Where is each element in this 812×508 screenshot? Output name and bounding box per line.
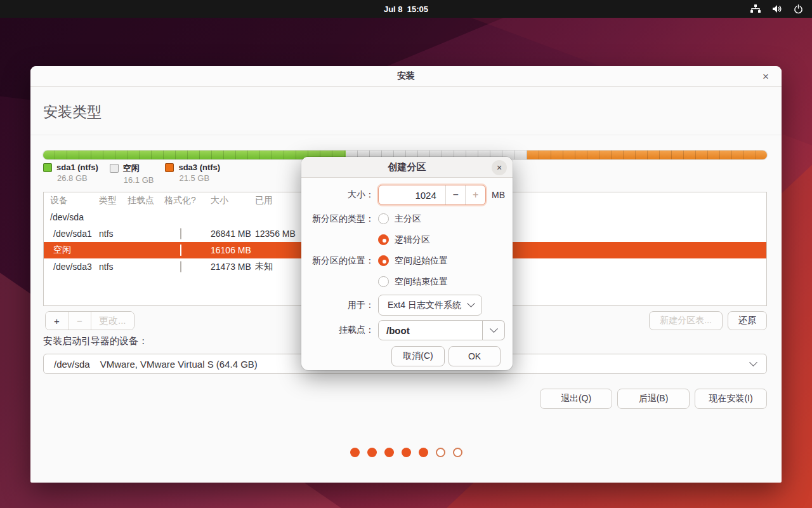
clock-menu[interactable]: Jul 8 15:05	[384, 4, 428, 14]
size-decrement-button[interactable]: −	[445, 185, 466, 204]
new-partition-table-button[interactable]: 新建分区表...	[649, 311, 723, 330]
partition-type-label: 新分区的类型：	[301, 213, 378, 225]
size-label: 大小：	[301, 189, 378, 201]
size-increment-button[interactable]: +	[465, 185, 485, 204]
partition-edit-group: + − 更改...	[45, 311, 134, 330]
format-checkbox[interactable]	[180, 228, 181, 239]
legend-item-sda1: sda1 (ntfs) 26.8 GB	[43, 163, 98, 185]
legend-item-free: 空闲 16.1 GB	[110, 163, 154, 185]
use-as-label: 用于：	[301, 300, 378, 311]
window-titlebar[interactable]: 安装 ×	[30, 66, 782, 87]
progress-dot	[419, 448, 428, 457]
cell-type: ntfs	[99, 262, 128, 272]
progress-dot	[367, 448, 377, 457]
mount-point-value: /boot	[386, 325, 410, 336]
partition-segment-sda1	[43, 150, 346, 159]
dialog-title: 创建分区	[388, 161, 426, 173]
legend-label: sda1 (ntfs)	[56, 163, 98, 172]
format-checkbox[interactable]	[180, 244, 181, 256]
header-divider	[30, 135, 782, 135]
mount-point-label: 挂载点：	[301, 324, 378, 336]
wizard-nav-buttons: 退出(Q) 后退(B) 现在安装(I)	[540, 389, 767, 409]
radio-label[interactable]: 逻辑分区	[395, 234, 430, 246]
install-now-button[interactable]: 现在安装(I)	[695, 389, 767, 409]
radio-label[interactable]: 空间结束位置	[395, 276, 448, 288]
filesystem-value: Ext4 日志文件系统	[388, 300, 461, 311]
create-partition-dialog: 创建分区 × 大小： 1024 − + MB 新分区的类型： 主分区 逻辑分区 …	[301, 157, 513, 370]
cell-device: /dev/sda	[50, 212, 99, 222]
radio-primary-partition[interactable]	[378, 213, 389, 224]
filesystem-dropdown[interactable]: Ext4 日志文件系统	[378, 295, 482, 316]
back-button[interactable]: 后退(B)	[617, 389, 690, 409]
legend-size: 16.1 GB	[124, 175, 154, 185]
col-size: 大小	[211, 195, 255, 206]
legend-label: sda3 (ntfs)	[178, 163, 220, 172]
cell-size: 16106 MB	[211, 245, 255, 255]
volume-icon	[772, 4, 782, 13]
legend-size: 26.8 GB	[57, 173, 98, 183]
chevron-down-icon	[490, 324, 498, 333]
window-title: 安装	[397, 70, 415, 82]
cell-device: 空闲	[50, 244, 99, 256]
bootloader-device: /dev/sda	[54, 359, 90, 370]
window-close-button[interactable]: ×	[759, 70, 773, 84]
cancel-button[interactable]: 取消(C)	[391, 346, 445, 366]
progress-dot	[350, 448, 360, 457]
add-partition-button[interactable]: +	[46, 312, 69, 330]
progress-dot	[436, 448, 445, 457]
legend-size: 21.5 GB	[179, 173, 220, 183]
progress-dot	[384, 448, 394, 457]
legend-swatch-gray	[110, 164, 119, 173]
radio-label[interactable]: 主分区	[395, 213, 421, 225]
partition-segment-sda3	[527, 150, 767, 159]
dialog-close-button[interactable]: ×	[492, 160, 507, 175]
radio-logical-partition[interactable]	[378, 234, 389, 245]
legend-label: 空闲	[123, 163, 140, 174]
partition-location-label: 新分区的位置：	[301, 255, 378, 267]
legend-swatch-green	[43, 163, 52, 172]
radio-end-of-space[interactable]	[378, 276, 389, 287]
power-icon	[794, 4, 803, 14]
progress-dot	[453, 448, 462, 457]
network-wired-icon	[750, 4, 761, 13]
size-input[interactable]: 1024	[379, 185, 445, 204]
legend-item-sda3: sda3 (ntfs) 21.5 GB	[165, 163, 220, 185]
radio-label[interactable]: 空间起始位置	[395, 255, 448, 267]
col-type: 类型	[99, 195, 128, 206]
system-tray[interactable]	[750, 0, 803, 18]
bootloader-label: 安装启动引导器的设备：	[43, 335, 148, 347]
mount-point-dropdown-button[interactable]	[483, 320, 505, 340]
page-title: 安装类型	[43, 102, 102, 122]
legend-swatch-orange	[165, 163, 174, 172]
col-device: 设备	[50, 195, 99, 206]
mount-point-input[interactable]: /boot	[378, 320, 483, 340]
remove-partition-button[interactable]: −	[69, 312, 91, 330]
cell-size: 26841 MB	[211, 229, 255, 239]
cell-device: /dev/sda1	[50, 229, 99, 239]
col-mountpoint: 挂载点	[128, 195, 164, 206]
top-bar: Jul 8 15:05	[0, 0, 812, 18]
size-unit: MB	[492, 190, 505, 200]
chevron-down-icon	[749, 358, 757, 366]
quit-button[interactable]: 退出(Q)	[540, 389, 612, 409]
col-format: 格式化?	[164, 195, 211, 206]
chevron-down-icon	[467, 299, 475, 307]
revert-button[interactable]: 还原	[728, 311, 767, 330]
cell-size: 21473 MB	[211, 262, 255, 272]
ok-button[interactable]: OK	[449, 346, 501, 366]
cell-type: ntfs	[99, 229, 128, 239]
format-checkbox[interactable]	[180, 261, 181, 272]
cell-device: /dev/sda3	[50, 262, 99, 272]
bootloader-description: VMware, VMware Virtual S (64.4 GB)	[100, 359, 258, 370]
change-partition-button[interactable]: 更改...	[91, 312, 134, 330]
progress-dot	[402, 448, 411, 457]
size-spinbox: 1024 − +	[378, 185, 486, 205]
radio-beginning-of-space[interactable]	[378, 255, 389, 266]
progress-dots	[30, 448, 782, 457]
partition-legend: sda1 (ntfs) 26.8 GB 空闲 16.1 GB sda3 (ntf…	[43, 163, 232, 185]
dialog-titlebar: 创建分区 ×	[301, 157, 513, 178]
